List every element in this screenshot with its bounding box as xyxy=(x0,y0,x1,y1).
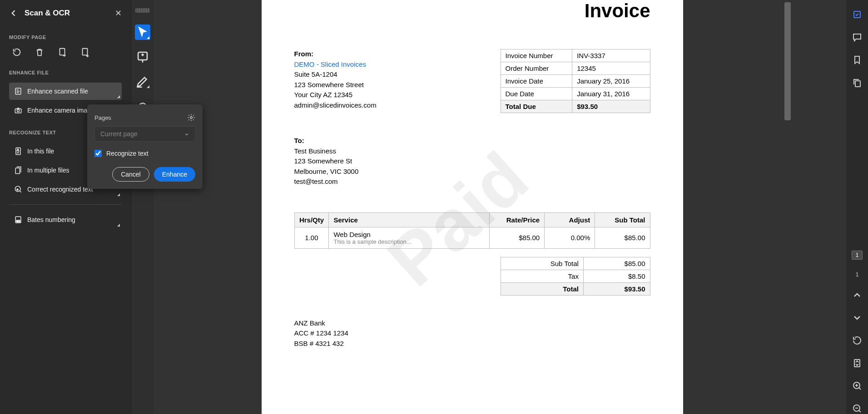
comment-icon[interactable] xyxy=(852,32,863,43)
meta-key: Order Number xyxy=(501,62,572,75)
meta-key: Invoice Number xyxy=(501,49,572,62)
bates-icon: 012 xyxy=(14,215,23,224)
tool-label: Correct recognized text xyxy=(27,186,93,193)
from-block: From: DEMO - Sliced Invoices Suite 5A-12… xyxy=(294,49,377,110)
from-label: From: xyxy=(294,49,377,59)
meta-key: Due Date xyxy=(501,88,572,100)
invoice-title: Invoice xyxy=(294,0,650,22)
col-adjust: Adjust xyxy=(545,212,595,227)
file-text-icon: A xyxy=(14,147,23,156)
enhance-scanned-file-button[interactable]: Enhance scanned file xyxy=(9,83,122,100)
bank-block: ANZ Bank ACC # 1234 1234 BSB # 4321 432 xyxy=(294,318,650,349)
pages-label: Pages xyxy=(94,114,111,121)
recognize-text-label: Recognize text xyxy=(106,150,149,157)
delete-icon[interactable] xyxy=(35,47,45,57)
sum-val: $85.00 xyxy=(583,257,650,270)
extract-page-icon[interactable] xyxy=(57,47,67,57)
enhance-file-label: ENHANCE FILE xyxy=(9,70,122,75)
back-icon[interactable] xyxy=(9,9,18,18)
svg-rect-1 xyxy=(83,49,88,55)
highlight-tool[interactable] xyxy=(135,74,150,89)
svg-rect-17 xyxy=(855,81,860,87)
select-value: Current page xyxy=(100,130,138,138)
chevron-up-icon[interactable] xyxy=(852,290,863,301)
svg-text:012: 012 xyxy=(16,220,20,222)
svg-rect-0 xyxy=(60,49,65,55)
rotate-view-icon[interactable] xyxy=(852,335,863,346)
svg-text:a: a xyxy=(17,188,19,191)
meta-val: January 31, 2016 xyxy=(572,88,650,100)
magnify-text-icon: a xyxy=(14,185,23,194)
gear-icon[interactable] xyxy=(187,113,195,122)
bank-name: ANZ Bank xyxy=(294,318,650,329)
select-tool[interactable] xyxy=(135,25,150,40)
from-street: 123 Somewhere Street xyxy=(294,80,377,90)
page-total: 1 xyxy=(856,271,859,278)
to-email: test@test.com xyxy=(294,177,650,187)
bank-acc: ACC # 1234 1234 xyxy=(294,328,650,339)
col-rate: Rate/Price xyxy=(489,212,544,227)
recognize-text-checkbox[interactable] xyxy=(94,150,102,157)
cell-qty: 1.00 xyxy=(294,227,329,248)
drag-handle-icon[interactable] xyxy=(135,8,150,13)
meta-val: 12345 xyxy=(572,62,650,75)
to-label: To: xyxy=(294,136,650,146)
divider xyxy=(9,204,122,205)
meta-val: INV-3337 xyxy=(572,49,650,62)
camera-icon xyxy=(14,106,23,115)
service-desc: This is a sample description... xyxy=(333,238,485,245)
from-city: Your City AZ 12345 xyxy=(294,90,377,100)
bookmark-icon[interactable] xyxy=(852,54,863,65)
gutter xyxy=(791,0,846,414)
cell-adjust: 0.00% xyxy=(545,227,595,248)
col-service: Service xyxy=(329,212,490,227)
annotation-toolbar: A xyxy=(131,0,154,414)
cancel-button[interactable]: Cancel xyxy=(112,167,149,182)
modify-page-label: MODIFY PAGE xyxy=(9,34,122,40)
sum-key: Tax xyxy=(501,270,583,282)
page-number-input[interactable]: 1 xyxy=(852,251,863,260)
document-viewport[interactable]: Paid Invoice From: DEMO - Sliced Invoice… xyxy=(154,0,791,414)
bank-bsb: BSB # 4321 432 xyxy=(294,339,650,349)
pages-select[interactable]: Current page xyxy=(94,126,195,142)
svg-text:A: A xyxy=(17,148,19,151)
col-sub: Sub Total xyxy=(595,212,650,227)
svg-rect-7 xyxy=(15,168,20,174)
rotate-icon[interactable] xyxy=(12,47,22,57)
sticky-note-tool[interactable] xyxy=(135,49,150,64)
ai-assist-icon[interactable] xyxy=(852,9,863,20)
close-icon[interactable]: ✕ xyxy=(115,8,122,18)
meta-key: Invoice Date xyxy=(501,75,572,88)
meta-key: Total Due xyxy=(501,100,572,113)
col-hrs: Hrs/Qty xyxy=(294,212,329,227)
invoice-meta-table: Invoice NumberINV-3337 Order Number12345… xyxy=(501,49,650,113)
enhance-button[interactable]: Enhance xyxy=(154,167,195,182)
pdf-page: Paid Invoice From: DEMO - Sliced Invoice… xyxy=(262,0,683,414)
panel-title: Scan & OCR xyxy=(25,9,115,18)
insert-page-icon[interactable] xyxy=(80,47,90,57)
zoom-out-icon[interactable] xyxy=(852,403,863,414)
from-suite: Suite 5A-1204 xyxy=(294,69,377,80)
cell-sub: $85.00 xyxy=(595,227,650,248)
tool-label: In this file xyxy=(27,148,54,155)
fit-page-icon[interactable] xyxy=(852,358,863,369)
enhance-scan-icon xyxy=(14,87,23,96)
tool-label: In multiple files xyxy=(27,167,69,174)
cell-rate: $85.00 xyxy=(489,227,544,248)
copy-page-icon[interactable] xyxy=(852,77,863,88)
sum-val: $93.50 xyxy=(583,282,650,295)
meta-val: $93.50 xyxy=(572,100,650,113)
enhance-popup: Pages Current page Recognize text Cancel… xyxy=(87,104,203,189)
to-name: Test Business xyxy=(294,146,650,157)
chevron-down-icon xyxy=(184,131,189,137)
bates-numbering-button[interactable]: 012 Bates numbering xyxy=(9,211,122,228)
from-company-link[interactable]: DEMO - Sliced Invoices xyxy=(294,60,366,68)
scan-ocr-panel: Scan & OCR ✕ MODIFY PAGE ENHANCE FILE En… xyxy=(0,0,131,414)
right-rail: 1 1 xyxy=(846,0,868,414)
chevron-down-icon[interactable] xyxy=(852,312,863,323)
scrollbar[interactable] xyxy=(784,2,791,120)
line-items-table: Hrs/Qty Service Rate/Price Adjust Sub To… xyxy=(294,212,650,249)
tool-label: Bates numbering xyxy=(27,216,75,223)
from-email: admin@slicedinvoices.com xyxy=(294,100,377,111)
zoom-in-icon[interactable] xyxy=(852,380,863,391)
